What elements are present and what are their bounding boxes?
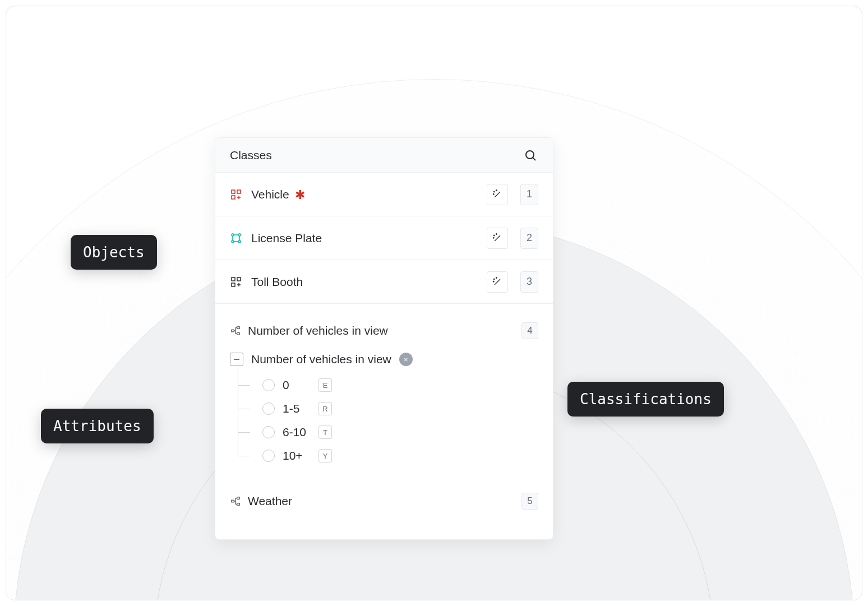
- radio-input[interactable]: [262, 450, 275, 462]
- wand-icon: [492, 189, 503, 200]
- classification-label: Weather: [248, 494, 515, 508]
- minus-icon: [233, 355, 241, 363]
- option-label: 0: [283, 378, 311, 392]
- class-label-text: Toll Booth: [251, 275, 303, 289]
- class-label-text: License Plate: [251, 232, 322, 245]
- svg-rect-23: [237, 503, 240, 506]
- radio-input[interactable]: [262, 379, 275, 391]
- callout-objects: Objects: [71, 235, 157, 270]
- svg-rect-22: [237, 497, 240, 499]
- option-row[interactable]: 1-5 R: [238, 397, 538, 420]
- classes-panel: Classes Vehicle ✱: [215, 137, 553, 540]
- tree-connector: [238, 397, 255, 420]
- svg-rect-19: [237, 333, 240, 335]
- option-key-badge: Y: [318, 449, 332, 462]
- class-row-toll-booth[interactable]: Toll Booth 3: [215, 260, 553, 304]
- wand-button[interactable]: [487, 271, 508, 293]
- tree-icon: [230, 325, 241, 336]
- classification-expanded: Number of vehicles in view × 0 E 1-5 R: [215, 344, 553, 474]
- option-row[interactable]: 0 E: [238, 373, 538, 397]
- option-key-badge: E: [318, 378, 332, 392]
- class-label: Vehicle ✱: [251, 187, 478, 202]
- search-icon: [524, 149, 537, 162]
- svg-point-11: [238, 240, 241, 243]
- option-label: 1-5: [283, 402, 311, 415]
- svg-point-9: [238, 234, 241, 236]
- svg-rect-2: [232, 190, 235, 193]
- svg-rect-3: [237, 190, 241, 193]
- classification-row-number-of-vehicles[interactable]: Number of vehicles in view 4: [215, 317, 553, 344]
- option-row[interactable]: 10+ Y: [238, 444, 538, 468]
- tree-icon: [230, 496, 241, 507]
- classification-label: Number of vehicles in view: [248, 324, 515, 337]
- wand-icon: [492, 276, 503, 288]
- option-key-badge: R: [318, 402, 332, 415]
- class-label: Toll Booth: [251, 275, 478, 289]
- polygon-icon: [230, 232, 242, 244]
- options-list: 0 E 1-5 R 6-10 T 10+: [230, 371, 538, 474]
- section-divider: [215, 304, 553, 317]
- wand-icon: [492, 233, 503, 244]
- svg-rect-21: [232, 500, 234, 502]
- panel-header: Classes: [215, 138, 553, 173]
- svg-point-8: [232, 234, 234, 236]
- grid-plus-icon: [230, 188, 242, 201]
- tree-connector: [238, 373, 255, 397]
- clear-button[interactable]: ×: [399, 353, 413, 366]
- class-label: License Plate: [251, 232, 478, 245]
- callout-attributes: Attributes: [41, 409, 154, 443]
- svg-rect-4: [232, 196, 235, 199]
- app-frame: Classes Vehicle ✱: [6, 6, 862, 600]
- tree-connector: [238, 444, 255, 468]
- key-badge: 2: [520, 228, 538, 249]
- key-badge: 1: [520, 184, 538, 205]
- svg-point-0: [526, 151, 534, 159]
- classification-row-weather[interactable]: Weather 5: [215, 488, 553, 515]
- wand-button[interactable]: [487, 184, 508, 205]
- svg-point-10: [232, 240, 234, 243]
- tree-connector: [238, 420, 255, 444]
- callout-classifications: Classifications: [567, 382, 724, 417]
- class-label-text: Vehicle: [251, 188, 289, 201]
- option-label: 10+: [283, 449, 311, 462]
- panel-title: Classes: [230, 149, 272, 162]
- wand-button[interactable]: [487, 228, 508, 249]
- svg-rect-13: [237, 277, 241, 281]
- expanded-header: Number of vehicles in view ×: [230, 348, 538, 371]
- key-badge: 3: [520, 271, 538, 293]
- radio-input[interactable]: [262, 426, 275, 438]
- grid-plus-icon: [230, 276, 242, 288]
- search-button[interactable]: [523, 147, 538, 163]
- expanded-title: Number of vehicles in view: [251, 353, 391, 366]
- svg-rect-12: [232, 277, 235, 281]
- class-row-vehicle[interactable]: Vehicle ✱ 1: [215, 173, 553, 216]
- svg-rect-14: [232, 283, 235, 286]
- close-icon: ×: [404, 355, 408, 364]
- option-key-badge: T: [318, 425, 332, 439]
- svg-rect-18: [237, 327, 240, 329]
- option-label: 6-10: [283, 425, 311, 439]
- class-row-license-plate[interactable]: License Plate 2: [215, 216, 553, 260]
- key-badge: 5: [521, 493, 538, 510]
- key-badge: 4: [521, 322, 538, 339]
- section-divider: [215, 474, 553, 488]
- svg-line-1: [533, 158, 536, 160]
- svg-rect-17: [232, 330, 234, 332]
- collapse-button[interactable]: [230, 353, 243, 366]
- option-row[interactable]: 6-10 T: [238, 420, 538, 444]
- required-asterisk-icon: ✱: [295, 188, 305, 202]
- radio-input[interactable]: [262, 403, 275, 415]
